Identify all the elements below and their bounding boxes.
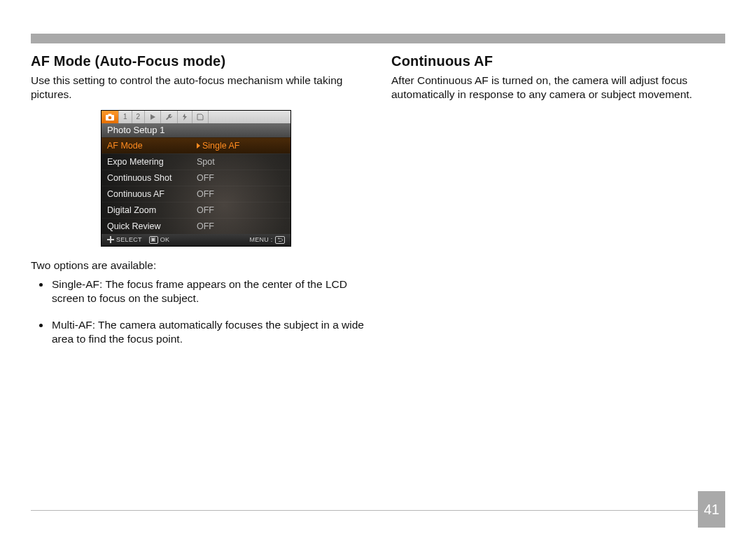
svg-marker-3 xyxy=(150,114,155,120)
list-item: Multi-AF: The camera automatically focus… xyxy=(50,318,365,346)
wrench-icon xyxy=(161,111,178,123)
footer-select-hint: SELECT xyxy=(107,236,142,243)
footer-ok-text: OK xyxy=(160,236,170,243)
camera-icon xyxy=(102,111,119,123)
footer-select-text: SELECT xyxy=(116,236,142,243)
menu-row-label: Expo Metering xyxy=(102,157,197,167)
play-icon xyxy=(145,111,161,123)
menu-row-value: OFF xyxy=(197,205,290,215)
continuous-af-heading: Continuous AF xyxy=(391,53,725,69)
menu-row-value: Spot xyxy=(197,157,290,167)
svg-marker-4 xyxy=(183,114,187,121)
menu-row-label: Quick Review xyxy=(102,221,197,231)
manual-page: AF Mode (Auto-Focus mode) Use this setti… xyxy=(0,0,756,550)
menu-row-label: Continuous AF xyxy=(102,189,197,199)
menu-row-digital-zoom: Digital Zoom OFF xyxy=(102,202,290,218)
menu-row-continuous-af: Continuous AF OFF xyxy=(102,186,290,202)
menu-row-label: Continuous Shot xyxy=(102,173,197,183)
continuous-af-intro: After Continuous AF is turned on, the ca… xyxy=(391,74,725,102)
af-mode-options-list: Single-AF: The focus frame appears on th… xyxy=(50,277,365,347)
tab-1: 1 xyxy=(119,111,132,123)
camera-menu-body: AF Mode Single AF Expo Metering Spot Con… xyxy=(102,137,290,234)
menu-row-continuous-shot: Continuous Shot OFF xyxy=(102,170,290,186)
sd-icon xyxy=(192,111,209,123)
menu-row-label: AF Mode xyxy=(102,141,197,151)
menu-row-quick-review: Quick Review OFF xyxy=(102,218,290,234)
footer-menu-text: MENU : xyxy=(249,236,272,243)
left-column: AF Mode (Auto-Focus mode) Use this setti… xyxy=(31,53,365,497)
footer-menu-hint: MENU : ⮌ xyxy=(249,236,285,244)
footer-ok-hint: ▣ OK xyxy=(149,236,170,244)
dpad-icon xyxy=(107,236,114,243)
menu-row-expo-metering: Expo Metering Spot xyxy=(102,153,290,170)
menu-row-af-mode: AF Mode Single AF xyxy=(102,137,290,153)
menu-row-value: OFF xyxy=(197,221,290,231)
page-number: 41 xyxy=(704,502,719,518)
svg-point-2 xyxy=(108,116,112,119)
page-number-badge: 41 xyxy=(698,491,725,528)
ok-button-icon: ▣ xyxy=(149,236,158,244)
af-mode-heading: AF Mode (Auto-Focus mode) xyxy=(31,53,365,69)
menu-row-value-text: Single AF xyxy=(202,141,240,151)
content-columns: AF Mode (Auto-Focus mode) Use this setti… xyxy=(31,53,725,497)
options-lead: Two options are available: xyxy=(31,259,365,272)
footer-rule xyxy=(31,510,698,511)
flash-icon xyxy=(178,111,192,123)
af-mode-intro: Use this setting to control the auto-foc… xyxy=(31,74,365,102)
menu-row-value: OFF xyxy=(197,173,290,183)
camera-menu-subtitle: Photo Setup 1 xyxy=(102,123,290,137)
header-bar xyxy=(31,34,725,43)
menu-row-value: Single AF xyxy=(197,141,290,151)
tab-2: 2 xyxy=(132,111,146,123)
camera-menu-figure: 1 2 Photo Setup 1 xyxy=(101,110,291,247)
menu-row-label: Digital Zoom xyxy=(102,205,197,215)
camera-menu-tabs: 1 2 xyxy=(102,111,290,123)
svg-rect-1 xyxy=(108,114,112,116)
camera-menu-footer: SELECT ▣ OK MENU : ⮌ xyxy=(102,234,290,246)
selection-arrow-icon xyxy=(197,143,200,149)
right-column: Continuous AF After Continuous AF is tur… xyxy=(391,53,725,497)
exit-icon: ⮌ xyxy=(275,236,285,244)
menu-row-value: OFF xyxy=(197,189,290,199)
list-item: Single-AF: The focus frame appears on th… xyxy=(50,277,365,305)
